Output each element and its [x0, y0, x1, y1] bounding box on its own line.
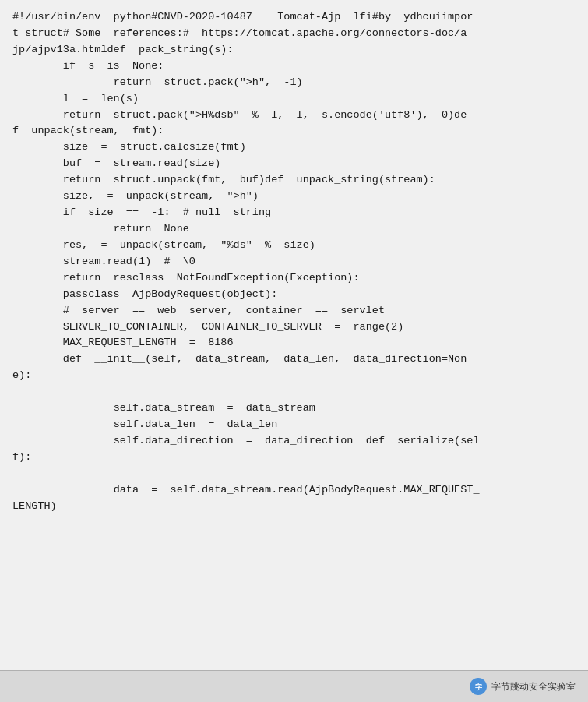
- svg-text:字: 字: [475, 683, 483, 691]
- footer-logo: 字 字节跳动安全实验室: [470, 678, 576, 695]
- footer-bar: 字 字节跳动安全实验室: [0, 670, 588, 702]
- code-container: #!/usr/bin/env python#CNVD-2020-10487 To…: [0, 0, 588, 670]
- footer-logo-icon: 字: [470, 678, 487, 695]
- code-content: #!/usr/bin/env python#CNVD-2020-10487 To…: [12, 9, 576, 515]
- logo-svg: 字: [472, 680, 484, 693]
- footer-logo-text: 字节跳动安全实验室: [491, 680, 576, 693]
